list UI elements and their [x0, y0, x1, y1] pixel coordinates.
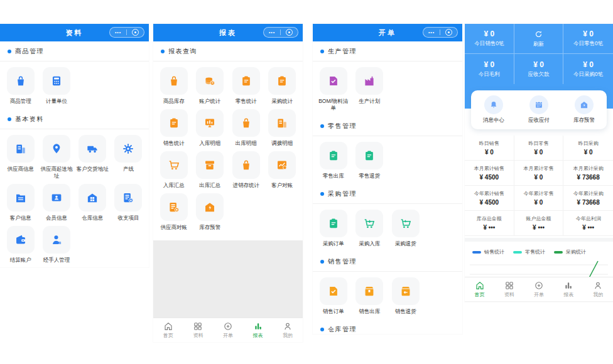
app-item-10[interactable]: 进销存统计 [228, 151, 264, 189]
stat-cell-6[interactable]: 今年累计销售¥ 4500 [465, 186, 514, 211]
screen-reports: 报表 ••• 报表查询 商品库存账户统计零售统计采购统计销售统计入库明细出库明细… [153, 24, 303, 342]
app-grid: 商品库存账户统计零售统计采购统计销售统计入库明细出库明细调拨明细入库汇总出库汇总… [153, 62, 303, 235]
app-item-9[interactable]: 出库汇总 [192, 151, 229, 189]
stat-cell-2[interactable]: 昨日采购¥ 0 [563, 136, 613, 161]
app-item-13[interactable]: 库存预警 [192, 193, 229, 231]
stat-cell-4[interactable]: 本月累计零售¥ 0 [514, 161, 564, 186]
app-item-7[interactable]: 调拨明细 [264, 109, 301, 147]
summary-label: 今日零售0笔 [573, 40, 603, 48]
section-label: 仓库管理 [328, 325, 357, 334]
section-header: 生产管理 [313, 41, 462, 62]
tab-person[interactable]: 我的 [273, 321, 303, 339]
app-item-4[interactable]: 客户信息 [3, 184, 38, 222]
app-item-8[interactable]: 入库汇总 [156, 151, 192, 189]
tab-home[interactable]: 首页 [153, 321, 183, 339]
tab-grid[interactable]: 资料 [494, 281, 524, 298]
app-item-label: 供应商起送地址 [38, 166, 74, 179]
stat-cell-3[interactable]: 本月累计销售¥ 4500 [465, 161, 514, 186]
section-dot-icon [320, 50, 324, 53]
app-item-11[interactable]: 客户对账 [264, 151, 301, 189]
stat-cell-5[interactable]: 本月累计采购¥ 73668 [563, 161, 613, 186]
more-icon[interactable]: ••• [428, 30, 435, 35]
app-item-5[interactable]: 会员信息 [38, 184, 74, 222]
app-item-label: 账户统计 [197, 98, 222, 105]
refresh-button[interactable]: 刷新 [514, 24, 564, 54]
capsule-divider [280, 29, 281, 35]
app-item-3[interactable]: 产线 [111, 135, 146, 179]
summary-value: ¥ 0 [583, 29, 594, 38]
quick-action-messages[interactable]: 消息中心 [483, 95, 504, 124]
summary-value: ¥ 0 [583, 60, 594, 69]
app-item-0[interactable]: 采购订单 [315, 210, 352, 247]
section-label: 零售管理 [328, 122, 357, 131]
app-item-7[interactable]: 收支项目 [111, 184, 146, 222]
app-item-0[interactable]: 销售订单 [315, 277, 352, 315]
exit-target-icon[interactable] [286, 29, 293, 36]
app-item-1[interactable]: 销售出库 [352, 277, 388, 315]
summary-cell-today-purchase[interactable]: ¥ 0 今日采购0笔 [563, 54, 613, 84]
more-icon[interactable]: ••• [269, 30, 275, 35]
exit-target-icon[interactable] [132, 29, 139, 36]
tab-bars[interactable]: 报表 [554, 281, 583, 298]
miniprogram-capsule[interactable]: ••• [423, 27, 458, 38]
chartimg-icon [268, 151, 296, 179]
quick-action-stock-alert[interactable]: 库存预警 [573, 95, 595, 124]
navbar: 资料 ••• [0, 24, 149, 41]
stat-cell-9[interactable]: 库存总金额¥ ••• [465, 211, 514, 236]
stat-cell-11[interactable]: 今年总利润¥ ••• [563, 211, 613, 236]
tab-person[interactable]: 我的 [583, 281, 613, 298]
home-icon [475, 281, 485, 291]
app-item-1[interactable]: 计量单位 [38, 67, 74, 105]
app-item-2[interactable]: 零售统计 [228, 67, 264, 105]
section-dot-icon [161, 50, 165, 53]
app-item-1[interactable]: 采购入库 [352, 210, 388, 247]
app-item-0[interactable]: 零售出库 [315, 142, 352, 179]
quick-action-receivable-payable[interactable]: 应收应付 [528, 95, 550, 124]
app-item-label: 商品库存 [161, 98, 187, 105]
app-item-3[interactable]: 采购统计 [264, 67, 301, 105]
app-item-1[interactable]: 供应商起送地址 [38, 135, 74, 179]
app-item-4[interactable]: 销售统计 [156, 109, 192, 147]
stat-cell-1[interactable]: 昨日零售¥ 0 [514, 136, 564, 161]
app-item-6[interactable]: 仓库信息 [75, 184, 111, 222]
stat-cell-7[interactable]: 今年累计零售¥ 0 [514, 186, 564, 211]
app-item-2[interactable]: 销售退货 [388, 277, 424, 315]
app-item-8[interactable]: 结算账户 [3, 226, 38, 264]
app-item-5[interactable]: 入库明细 [192, 109, 229, 147]
summary-cell-today-sales[interactable]: ¥ 0 今日销售0笔 [465, 24, 514, 54]
miniprogram-capsule[interactable]: ••• [109, 27, 144, 38]
stat-value: ¥ 0 [534, 199, 543, 206]
stat-cell-10[interactable]: 账户总金额¥ ••• [514, 211, 564, 236]
summary-cell-receivables[interactable]: ¥ 0 应收欠款 [514, 54, 564, 84]
tab-label: 资料 [504, 291, 514, 298]
tab-bars[interactable]: 报表 [243, 321, 273, 339]
stat-cell-8[interactable]: 今年累计采购¥ 73668 [563, 186, 613, 211]
app-item-6[interactable]: 出库明细 [228, 109, 264, 147]
more-icon[interactable]: ••• [115, 30, 121, 35]
tab-plus[interactable]: 开单 [524, 281, 553, 298]
app-item-2[interactable]: 采购退货 [388, 210, 424, 247]
miniprogram-capsule[interactable]: ••• [263, 27, 298, 38]
app-item-2[interactable]: 客户交货地址 [75, 135, 111, 179]
exit-target-icon[interactable] [445, 29, 452, 36]
app-item-1[interactable]: 生产计划 [352, 67, 388, 112]
summary-cell-today-retail[interactable]: ¥ 0 今日零售0笔 [563, 24, 613, 54]
app-item-9[interactable]: 经手人管理 [38, 226, 74, 264]
truck-icon [79, 135, 106, 163]
plus-icon [534, 281, 544, 291]
stat-cell-0[interactable]: 昨日销售¥ 0 [465, 136, 514, 161]
stat-label: 本月累计采购 [573, 165, 604, 172]
tab-plus[interactable]: 开单 [213, 321, 243, 339]
app-item-1[interactable]: 账户统计 [192, 67, 229, 105]
app-item-0[interactable]: 商品库存 [156, 67, 192, 105]
app-item-0[interactable]: BOM/物料清单 [315, 67, 352, 112]
app-item-0[interactable]: 供应商信息 [3, 135, 38, 179]
tab-home[interactable]: 首页 [465, 281, 494, 298]
summary-cell-today-profit[interactable]: ¥ 0 今日毛利 [465, 54, 514, 84]
app-item-1[interactable]: 零售退货 [352, 142, 388, 179]
app-item-12[interactable]: 供应商对账 [156, 193, 192, 231]
app-item-label: 库存预警 [197, 224, 222, 231]
tab-grid[interactable]: 资料 [183, 321, 214, 339]
app-item-0[interactable]: 商品管理 [3, 67, 38, 105]
stat-value: ¥ 4500 [480, 174, 499, 181]
